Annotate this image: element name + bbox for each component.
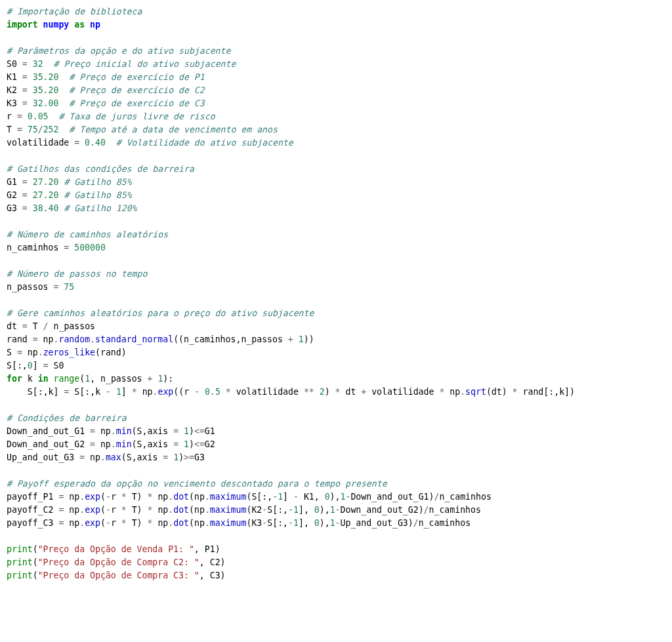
- var: Up_and_out_G3: [341, 518, 408, 528]
- op: *: [127, 387, 142, 397]
- kwarg: axis: [137, 452, 158, 462]
- dot: .: [205, 518, 210, 528]
- paren: ): [189, 426, 194, 436]
- comma: ,: [43, 387, 49, 397]
- kwarg: axis: [147, 439, 168, 449]
- comma: ,: [194, 544, 205, 554]
- num: 500000: [74, 243, 106, 252]
- var: k: [49, 387, 54, 397]
- var: Up_and_out_G3: [7, 452, 74, 462]
- paren: ): [502, 387, 507, 397]
- var: S: [137, 426, 142, 436]
- op: =: [12, 111, 28, 121]
- op: =: [74, 452, 90, 462]
- ns: np: [158, 492, 168, 502]
- colon: :: [85, 387, 90, 397]
- colon: :: [278, 505, 283, 515]
- comment: # Gatilho 120%: [64, 203, 136, 213]
- var: payoff_P1: [7, 492, 53, 502]
- op: =: [168, 426, 184, 436]
- comma: ,: [90, 387, 95, 397]
- num: 38.40: [33, 203, 59, 213]
- op: =: [85, 439, 100, 449]
- var: G2: [7, 190, 17, 200]
- comment: # Número de caminhos aleatórios: [7, 230, 168, 239]
- var: k: [28, 374, 33, 384]
- fn: min: [116, 439, 132, 449]
- op: =: [12, 348, 28, 357]
- paren: (: [100, 518, 106, 528]
- var: C3: [210, 571, 220, 580]
- num: 1: [184, 426, 189, 436]
- op: -: [288, 492, 304, 502]
- dot: .: [111, 439, 116, 449]
- keyword-as: as: [74, 20, 85, 30]
- paren: ): [408, 518, 413, 528]
- var: payoff_C3: [7, 518, 53, 528]
- op: =: [17, 85, 33, 95]
- fn: exp: [158, 387, 173, 397]
- comment: # Parâmetros da opção e do ativo subjace…: [7, 46, 230, 56]
- var: G3: [194, 452, 205, 462]
- fn: exp: [85, 492, 100, 502]
- comma: ,: [267, 492, 272, 502]
- op: =: [53, 505, 69, 515]
- var: r: [111, 518, 116, 528]
- num: 1: [330, 505, 335, 515]
- op: -: [189, 387, 205, 397]
- fn: dot: [173, 492, 189, 502]
- fn: maximum: [210, 518, 247, 528]
- op: =: [28, 334, 43, 344]
- colon: :: [549, 387, 554, 397]
- paren: ): [215, 544, 220, 554]
- fn: standard_normal: [95, 334, 173, 344]
- var: volatilidade: [371, 387, 434, 397]
- colon: :: [278, 518, 283, 528]
- var: Down_and_out_G2: [7, 439, 85, 449]
- var: K3: [7, 98, 17, 108]
- dot: .: [38, 348, 43, 357]
- num: 75: [64, 282, 74, 292]
- op: *: [142, 505, 158, 515]
- comma: ,: [304, 505, 314, 515]
- op: *: [142, 492, 158, 502]
- comma: ,: [314, 492, 325, 502]
- string: "Preço da Opção de Compra C2: ": [38, 557, 200, 567]
- paren: (: [173, 334, 178, 344]
- paren: ): [137, 492, 142, 502]
- num: 1: [299, 334, 304, 344]
- var: n_caminhos: [439, 492, 491, 502]
- br: ]: [564, 387, 570, 397]
- br: ]: [283, 492, 288, 502]
- sp: [58, 98, 69, 108]
- op: *: [330, 387, 346, 397]
- var: n_caminhos: [184, 334, 236, 344]
- module-numpy: numpy: [43, 20, 70, 30]
- op: =: [17, 59, 33, 69]
- op: /: [413, 518, 419, 528]
- sp: [58, 72, 69, 82]
- op: <=: [194, 439, 205, 449]
- var: n_passos: [100, 374, 142, 384]
- dot: .: [79, 518, 85, 528]
- op: /: [38, 125, 43, 134]
- fn: zeros_like: [43, 348, 95, 357]
- comment: # Taxa de juros livre de risco: [58, 111, 215, 121]
- op: *: [434, 387, 450, 397]
- dot: .: [111, 426, 116, 436]
- var: Down_and_out_G2: [341, 505, 419, 515]
- var: r: [111, 505, 116, 515]
- string: "Preço da Opção de Venda P1: ": [38, 544, 194, 554]
- br: ]: [299, 505, 304, 515]
- ns: np: [28, 348, 38, 357]
- var: Down_and_out_G1: [7, 426, 85, 436]
- code-block: # Importação de biblioteca import numpy …: [0, 0, 672, 588]
- dot: .: [79, 492, 85, 502]
- var: S: [267, 518, 272, 528]
- fn: max: [106, 452, 121, 462]
- colon: :: [168, 374, 173, 384]
- dot: .: [460, 387, 465, 397]
- op: >=: [184, 452, 194, 462]
- num: 0: [314, 505, 320, 515]
- var: T: [7, 125, 12, 134]
